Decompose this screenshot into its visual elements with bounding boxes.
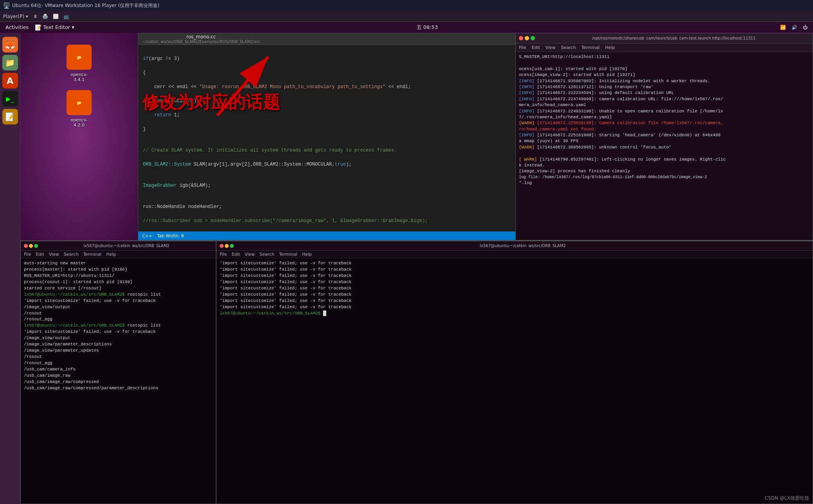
tr-line-21: log file: /home/lx567/.ros/log/07cb1a86-… [519,175,809,180]
bl-view[interactable]: View [49,252,59,257]
pause-icon[interactable]: ⏸ [33,14,38,19]
bl-line-topic2: /rosout [24,311,213,317]
br-help[interactable]: Help [302,252,312,257]
br-line-6: 'import sitecustomize' failed; use -v fo… [220,292,809,298]
br-win-btns [220,244,234,248]
activities-btn[interactable]: Activities [5,24,29,30]
sidebar-app-software[interactable]: A [2,73,18,89]
gnome-center: 五 08:53 [417,24,438,31]
tr-line-17 [519,150,809,156]
opencv341-label: opencv-3.4.1 [70,72,88,82]
text-editor-arrow: ▾ [72,24,74,30]
bl-win-btns [24,244,38,248]
toolbar-icon4[interactable]: 📺 [63,14,69,19]
tr-min[interactable] [525,36,529,40]
top-row: 📂 opencv-3.4.1 📂 opencv-4.2.0 ros_mono.c… [20,33,813,240]
gnome-right: 📶 🔊 ⏻ [780,25,808,30]
bl-line-core: started core service [/rosout] [24,285,213,292]
network-icon: 📶 [780,25,786,30]
bl-line-topic11: /usb_cam/image_raw/compressed [24,379,213,385]
br-file[interactable]: File [220,252,227,257]
bl-min[interactable] [29,244,33,248]
bl-max[interactable] [34,244,38,248]
tr-line-1: S_MASTER_URI=http://localhost:11311 [519,54,809,60]
tr-view-menu[interactable]: View [546,45,556,50]
tr-line-20: [image_view-2] process has finished clea… [519,168,809,174]
toolbar-icon2[interactable]: 🖨️ [42,14,48,19]
desktop-icon-opencv341[interactable]: 📂 opencv-3.4.1 [67,45,92,82]
content-area: 📂 opencv-3.4.1 📂 opencv-4.2.0 ros_mono.c… [20,33,813,504]
vmware-title: Ubuntu 64位- VMware Workstation 16 Player… [12,2,159,9]
player-menu[interactable]: Player(P) ▾ [3,14,28,19]
bl-line-auto: auto-starting new master [24,260,213,267]
sidebar-app-notes[interactable]: 📝 [2,109,18,125]
br-close[interactable] [220,244,224,248]
br-titlebar: lx567@ubuntu:~/catkin_ws/src/ORB_SLAM2 [217,241,813,251]
bl-line-topic3: /rosout_agg [24,316,213,323]
tr-line-22: *.log [519,180,809,186]
tr-close[interactable] [519,36,523,40]
tr-search-menu[interactable]: Search [561,45,576,50]
br-content[interactable]: 'import sitecustomize' failed; use -v fo… [217,258,813,504]
toolbar-icon3[interactable]: ⬜ [53,14,59,19]
volume-icon: 🔊 [791,25,797,30]
bl-line-topic9: /usb_cam/camera_info [24,367,213,373]
br-max[interactable] [230,244,234,248]
tr-help-menu[interactable]: Help [605,45,615,50]
editor-title: ros_mono.cc ~/catkin_ws/src/ORB_SLAM2/Ex… [142,34,260,44]
text-editor-menu[interactable]: 📝 Text Editor ▾ [35,24,74,31]
bl-line-rosout: process[rosout-1]: started with pid [919… [24,279,213,285]
bl-line-prompt1: lx567@ubuntu:~/catkin_ws/src/ORB_SLAM2$ … [24,292,213,298]
bl-terminal[interactable]: Terminal [83,252,102,257]
br-line-1: 'import sitecustomize' failed; use -v fo… [220,260,809,267]
bl-search[interactable]: Search [64,252,79,257]
br-line-4: 'import sitecustomize' failed; use -v fo… [220,279,809,285]
br-line-5: 'import sitecustomize' failed; use -v fo… [220,285,809,292]
sidebar-app-firefox[interactable]: 🦊 [2,37,18,52]
tr-line-8: [INFO] [1714146672.224749999]: camera ca… [519,96,809,102]
bl-line-ros-uri: ROS_MASTER_URI=http://ubuntu:11311/ [24,273,213,279]
bl-menubar: File Edit View Search Terminal Help [21,251,216,258]
tr-term-titlebar: /opt/ros/melodic/share/usb_cam/launch/us… [516,33,813,43]
bl-file[interactable]: File [24,252,31,257]
tr-terminal-menu[interactable]: Terminal [582,45,600,50]
bl-help[interactable]: Help [106,252,116,257]
bl-content[interactable]: auto-starting new master process[master]… [21,258,216,504]
desktop-area: 📂 opencv-3.4.1 📂 opencv-4.2.0 [20,33,138,240]
bl-close[interactable] [24,244,28,248]
tr-term-menubar: File Edit View Search Terminal Help [516,43,813,52]
bl-line-topic4: /image_view/output [24,335,213,341]
editor-filepath: ~/catkin_ws/src/ORB_SLAM2/Examples/ROS/O… [142,40,260,44]
br-line-7: 'import sitecustomize' failed; use -v fo… [220,298,809,304]
br-edit[interactable]: Edit [231,252,240,257]
tr-edit-menu[interactable]: Edit [531,45,540,50]
gnome-left: Activities 📝 Text Editor ▾ [5,24,74,31]
tr-line-15: a mmap (yuyv) at 30 FPS [519,138,809,144]
tr-line-10: [INFO] [1714146672.224933199]: Unable to… [519,108,809,114]
opencv420-icon: 📂 [67,90,92,115]
tr-term-content[interactable]: S_MASTER_URI=http://localhost:11311 oces… [516,52,813,240]
lang-indicator[interactable]: C++ [142,233,152,238]
br-menubar: File Edit View Search Terminal Help [217,251,813,258]
br-min[interactable] [225,244,229,248]
tr-line-6: [INFO] [1714146672.120113712]: Using tra… [519,84,809,90]
bl-line-topic10: /usb_cam/image_raw [24,373,213,379]
tab-width[interactable]: Tab Width: 8 [157,233,184,238]
tr-file-menu[interactable]: File [519,45,526,50]
br-line-3: 'import sitecustomize' failed; use -v fo… [220,273,809,279]
top-right-terminal: /opt/ros/melodic/share/usb_cam/launch/us… [515,33,813,240]
desktop-icon-opencv420[interactable]: 📂 opencv-4.2.0 [67,90,92,128]
text-editor-label: Text Editor [43,24,70,30]
tr-max[interactable] [531,36,535,40]
player-bar: Player(P) ▾ ⏸ 🖨️ ⬜ 📺 [0,11,813,22]
sidebar-app-terminal[interactable]: ▶_ [2,91,18,107]
sidebar-app-files[interactable]: 📁 [2,55,18,70]
br-view[interactable]: View [245,252,255,257]
watermark: CSDN @LX很爱吃茄 [765,495,809,502]
br-terminal[interactable]: Terminal [279,252,298,257]
tr-win-btns [519,36,535,40]
br-search[interactable]: Search [260,252,275,257]
tr-line-4: ocess[image_view-2]: started with pid [1… [519,72,809,78]
bl-line-prompt2: lx567@ubuntu:~/catkin_ws/src/ORB_SLAM2$ … [24,323,213,329]
bl-edit[interactable]: Edit [36,252,44,257]
